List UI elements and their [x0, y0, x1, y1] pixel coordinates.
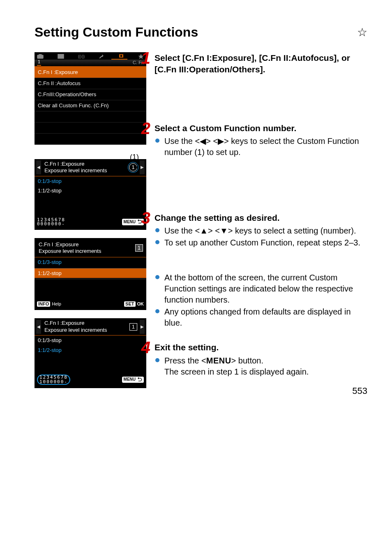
step-1: 1 Select [C.Fn I:Exposure], [C.Fn II:Aut…: [154, 52, 367, 77]
set-ok-button[interactable]: SETOK: [124, 301, 144, 307]
step-number: 2: [140, 121, 150, 136]
svg-text:((ı)): ((ı)): [78, 54, 85, 59]
star-icon: ☆: [357, 25, 367, 39]
step-4: 4 Exit the setting. Press the <MENU> but…: [154, 342, 367, 378]
chevron-right-icon[interactable]: ▶: [140, 160, 145, 174]
up-key-icon: ▲: [200, 226, 208, 235]
cfn-header: C.Fn I :Exposure Exposure level incremen…: [39, 241, 134, 256]
tab-bar: ((ı)): [35, 52, 146, 59]
step3-bullet2: To set up another Custom Function, repea…: [154, 237, 367, 248]
menu-item-empty: [35, 133, 146, 145]
function-numbers: 12345678 1000000-: [37, 375, 70, 385]
cfn-number-badge: 1: [135, 244, 143, 252]
step-number: 3: [140, 211, 150, 225]
step-heading: Select [C.Fn I:Exposure], [C.Fn II:Autof…: [154, 52, 367, 76]
menu-item-clear[interactable]: Clear all Custom Func. (C.Fn): [35, 100, 146, 111]
step2-bullet1: Use the <◀> <▶> keys to select the Custo…: [154, 136, 367, 158]
page-number: 553: [352, 386, 367, 396]
step3-bullet1: Use the <▲> <▼> keys to select a setting…: [154, 225, 367, 236]
step-3: 3 Change the setting as desired. Use the…: [154, 212, 367, 329]
screen-step4: ◀ C.Fn I :Exposure Exposure level increm…: [35, 318, 146, 388]
step-heading: Change the setting as desired.: [154, 212, 367, 224]
svg-rect-1: [39, 54, 42, 56]
menu-item-empty: [35, 111, 146, 122]
step-number: 4: [140, 340, 150, 355]
menu-item-empty: [35, 122, 146, 133]
menu-item-cfn2[interactable]: C.Fn II :Autofocus: [35, 78, 146, 89]
callout-1: (1): [35, 153, 146, 162]
wrench-icon: [99, 54, 104, 59]
cfn-number-badge: 1: [129, 323, 137, 331]
step-heading: Exit the setting.: [154, 342, 309, 353]
svg-point-6: [120, 55, 122, 57]
step4-bullet1: Press the <MENU> button. The screen in s…: [154, 355, 309, 377]
step3-bullet4: Any options changed from defaults are di…: [154, 306, 367, 329]
menu-button[interactable]: MENU⮌: [122, 377, 144, 383]
cfn-header: C.Fn I :Exposure Exposure level incremen…: [43, 319, 128, 334]
left-key-icon: ◀: [200, 137, 206, 146]
step-heading: Select a Custom Function number.: [154, 123, 367, 134]
right-column: 1 Select [C.Fn I:Exposure], [C.Fn II:Aut…: [154, 52, 367, 396]
cfn-number-badge: 1: [129, 163, 137, 171]
left-column: ((ı)) 1 C. Fn C.Fn I :Exposure C.Fn II :: [35, 52, 146, 396]
page: Setting Custom Functions ☆ ((ı)): [0, 0, 392, 413]
option-0[interactable]: 0:1/3-stop: [35, 176, 146, 186]
option-1[interactable]: 1:1/2-stop: [35, 345, 146, 355]
screen-step2: ◀ C.Fn I :Exposure Exposure level increm…: [35, 159, 146, 230]
chevron-right-icon[interactable]: ▶: [140, 320, 145, 334]
step3-bullet3: At the bottom of the screen, the current…: [154, 272, 367, 305]
page-title: Setting Custom Functions: [35, 25, 198, 40]
screen-menu: ((ı)) 1 C. Fn C.Fn I :Exposure C.Fn II :: [35, 52, 146, 145]
screen-step3: C.Fn I :Exposure Exposure level incremen…: [35, 238, 146, 310]
option-0[interactable]: 0:1/3-stop: [35, 336, 146, 345]
wireless-icon: ((ı)): [78, 54, 85, 59]
cfn-header: C.Fn I :Exposure Exposure level incremen…: [43, 160, 127, 175]
camera-icon: [37, 54, 44, 59]
option-0[interactable]: 0:1/3-stop: [35, 257, 146, 267]
play-icon: [58, 54, 64, 59]
option-1[interactable]: 1:1/2-stop: [35, 186, 146, 196]
right-key-icon: ▶: [218, 137, 224, 146]
menu-items: C.Fn I :Exposure C.Fn II :Autofocus C.Fn…: [35, 66, 146, 145]
down-key-icon: ▼: [220, 226, 228, 235]
menu-word: MENU: [206, 356, 231, 365]
custom-icon: [118, 54, 124, 59]
step-2: 2 Select a Custom Function number. Use t…: [154, 123, 367, 159]
info-help[interactable]: INFOHelp: [37, 301, 61, 307]
sub-tab-row: 1 C. Fn: [35, 60, 146, 66]
title-row: Setting Custom Functions ☆: [35, 25, 367, 40]
function-numbers: 12345678 0000000-: [37, 218, 65, 227]
step-number: 1: [140, 51, 150, 65]
sub-tab-num: 1: [37, 59, 41, 65]
chevron-left-icon[interactable]: ◀: [36, 320, 41, 334]
menu-item-cfn3[interactable]: C.FnIII:Operation/Others: [35, 89, 146, 100]
option-1[interactable]: 1:1/2-stop: [35, 268, 146, 278]
chevron-left-icon[interactable]: ◀: [36, 160, 41, 174]
menu-item-cfn1[interactable]: C.Fn I :Exposure: [35, 66, 146, 78]
